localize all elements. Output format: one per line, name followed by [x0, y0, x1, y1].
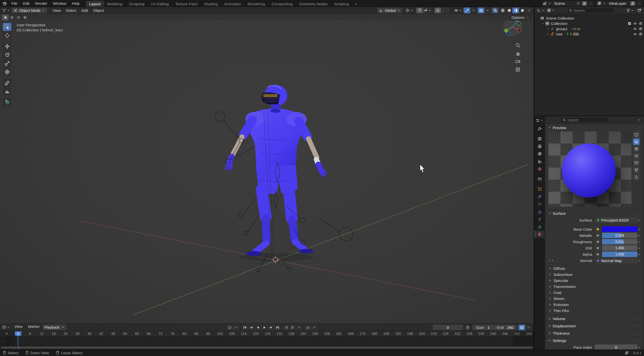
subpanel-emission[interactable]: Emission [546, 301, 643, 308]
outliner-row-root[interactable]: root13 [535, 31, 644, 37]
add-workspace-button[interactable]: + [352, 1, 359, 7]
gizmos-dropdown[interactable] [470, 8, 477, 13]
viewlayer-selector[interactable]: ViewLayer [596, 1, 642, 6]
scene-selector[interactable]: Scene [542, 1, 594, 6]
animate-dot[interactable]: ● [637, 247, 641, 249]
preview-panel-header[interactable]: Preview :::: [546, 124, 643, 131]
jump-to-end-button[interactable] [274, 325, 281, 330]
select-mode-extend-button[interactable] [9, 15, 15, 20]
tool-cursor[interactable] [3, 31, 11, 39]
topbar-menu-edit[interactable]: Edit [20, 0, 32, 7]
pan-view-icon[interactable] [515, 51, 520, 56]
collapse-icon[interactable] [541, 22, 545, 25]
alpha-slider[interactable]: 1.000 [602, 251, 637, 257]
surface-panel-header[interactable]: Surface :::: [546, 210, 643, 217]
socket-button[interactable] [595, 226, 601, 232]
zoom-view-icon[interactable] [515, 43, 520, 48]
workspace-tab-compositing[interactable]: Compositing [268, 1, 296, 7]
subpanel-sheen[interactable]: Sheen [546, 295, 643, 301]
topbar-menu-file[interactable]: File [9, 0, 20, 7]
preview-shape-cube[interactable] [633, 145, 640, 152]
pivot-point-button[interactable] [405, 8, 414, 13]
socket-button[interactable] [595, 233, 601, 238]
topbar-menu-render[interactable]: Render [32, 0, 50, 7]
playhead[interactable]: 0 [15, 331, 21, 336]
preview-shape-fluid[interactable] [633, 174, 640, 180]
scrollbar-handle[interactable] [1, 347, 533, 348]
checkbox-toggle[interactable] [628, 22, 631, 25]
viewport-menu-select[interactable]: Select [63, 8, 79, 13]
frame-step-forward-button[interactable] [289, 325, 296, 330]
surface-node-button[interactable]: Principled BSDF [595, 217, 637, 223]
play-reverse-button[interactable] [255, 325, 261, 330]
animate-dot[interactable]: ● [637, 240, 641, 243]
options-dropdown[interactable]: Options [509, 15, 532, 20]
drag-handle[interactable]: :::: [637, 126, 641, 129]
animate-dot[interactable]: ● [637, 228, 641, 231]
timeline-tracks[interactable] [0, 337, 534, 346]
preview-shape-cloth[interactable] [633, 167, 640, 173]
properties-tab-collection[interactable] [535, 175, 545, 183]
camera-toggle[interactable] [639, 22, 642, 25]
shading-dropdown[interactable] [526, 8, 532, 13]
base-color-swatch[interactable] [602, 226, 637, 232]
properties-tab-constraints[interactable] [535, 215, 545, 223]
outliner-row-collection[interactable]: Collection [535, 21, 644, 26]
timeline-overlays-dropdown[interactable] [525, 325, 532, 330]
new-collection-button[interactable] [636, 8, 642, 13]
properties-search-input[interactable] [567, 118, 606, 122]
viewport-menu-add[interactable]: Add [79, 8, 91, 13]
ior-slider[interactable]: 1.450 [602, 245, 637, 251]
previous-keyframe-button[interactable] [248, 325, 255, 330]
subpanel-specular[interactable]: Specular [546, 277, 643, 283]
visibility-dropdown[interactable] [454, 8, 463, 13]
outliner-item-label[interactable]: Collection [551, 21, 568, 26]
topbar-menu-window[interactable]: Window [50, 0, 69, 7]
panel-header-volume[interactable]: Volume:::: [546, 315, 643, 322]
timeline-editor-type-button[interactable] [2, 324, 11, 330]
timeline-menu-playback[interactable]: Playback [43, 324, 66, 330]
normal-node-button[interactable]: Normal Map [595, 258, 637, 263]
proportional-falloff-button[interactable] [441, 8, 450, 13]
timeline-ruler[interactable]: -606121824303642485460667278849096102108… [0, 331, 534, 337]
properties-tab-data[interactable] [535, 223, 545, 230]
onion-skin-dropdown[interactable] [311, 325, 317, 330]
expand-icon[interactable] [546, 32, 550, 36]
overlays-toggle[interactable] [478, 8, 484, 13]
remove-viewlayer-button[interactable] [636, 1, 641, 6]
outliner-display-mode-button[interactable] [546, 8, 555, 13]
workspace-tab-rendering[interactable]: Rendering [244, 1, 268, 7]
socket-button[interactable] [595, 251, 601, 257]
drag-handle[interactable]: :::: [637, 212, 641, 215]
timeline-menu-marker[interactable]: Marker [25, 324, 43, 329]
expand-icon[interactable] [546, 27, 550, 30]
tool-transform[interactable] [3, 68, 11, 76]
preview-shape-monkey[interactable] [633, 160, 640, 166]
preview-shape-flat[interactable] [633, 131, 640, 138]
shading-wireframe-button[interactable] [499, 8, 506, 13]
pass-index-field[interactable]: 0 [595, 344, 637, 349]
scene-name[interactable]: Scene [553, 1, 574, 6]
next-keyframe-button[interactable] [268, 325, 274, 330]
orientation-dropdown[interactable]: Global [377, 8, 402, 13]
outliner-row-scene-collection[interactable]: Scene Collection [535, 16, 644, 21]
outliner-item-label[interactable]: Scene Collection [546, 16, 574, 20]
panel-header-displacement[interactable]: Displacement:::: [546, 323, 643, 329]
tool-measure[interactable] [3, 87, 11, 95]
animate-dot[interactable]: ● [637, 346, 641, 349]
preview-shape-sphere[interactable] [633, 138, 640, 145]
blender-logo-icon[interactable] [0, 1, 9, 6]
topbar-menu-help[interactable]: Help [69, 0, 83, 7]
drag-handle[interactable]: :::: [637, 339, 641, 342]
subpanel-thin-film[interactable]: Thin Film [546, 308, 643, 314]
roughness-slider[interactable]: 0.611 [602, 239, 637, 244]
properties-tab-render[interactable] [535, 135, 545, 142]
outliner-search[interactable] [567, 8, 615, 13]
viewlayer-name[interactable]: ViewLayer [607, 1, 629, 6]
onion-skin-toggle[interactable] [304, 325, 311, 330]
subpanel-coat[interactable]: Coat [546, 289, 643, 295]
timeline-scrollbar[interactable] [0, 346, 534, 349]
workspace-tab-sculpting[interactable]: Sculpting [126, 1, 148, 7]
workspace-tab-layout[interactable]: Layout [86, 1, 104, 7]
preview-range-toggle[interactable] [464, 325, 471, 330]
